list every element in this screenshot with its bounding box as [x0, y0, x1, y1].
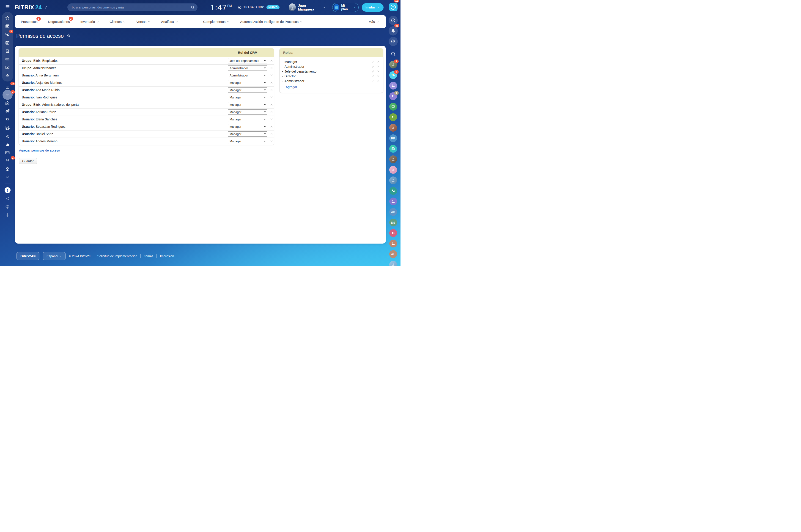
- favorite-star-icon[interactable]: [67, 34, 71, 38]
- news-avatar[interactable]: [389, 145, 397, 153]
- role-select-input[interactable]: Manager: [228, 110, 267, 115]
- sidebar-item-tasks[interactable]: 28: [0, 82, 15, 91]
- role-select-input[interactable]: Manager: [228, 131, 267, 137]
- bitrix24-logo[interactable]: BITRIX 24: [15, 4, 42, 11]
- delete-role-button[interactable]: [377, 60, 380, 63]
- work-status[interactable]: TRABAJANDO NUEVO: [238, 5, 280, 10]
- language-selector[interactable]: Español: [43, 252, 66, 260]
- user-avatar[interactable]: [389, 124, 397, 132]
- remove-row-button[interactable]: [270, 96, 273, 99]
- edit-role-button[interactable]: [371, 79, 375, 82]
- role-select-input[interactable]: Manager: [228, 88, 267, 93]
- user-avatar[interactable]: [389, 261, 397, 266]
- sidebar-item-bi-analytics[interactable]: [0, 140, 15, 148]
- user-avatar[interactable]: AL: [389, 250, 397, 258]
- sidebar-item-settings[interactable]: [0, 203, 15, 211]
- remove-row-button[interactable]: [270, 132, 273, 135]
- search-input[interactable]: [72, 5, 190, 10]
- sidebar-item-market[interactable]: [0, 165, 15, 173]
- footer-link-impresión[interactable]: Impresión: [160, 254, 174, 258]
- add-role-link[interactable]: Agregar: [286, 85, 297, 89]
- footer-link-solicitud-de-implementación[interactable]: Solicitud de implementación: [97, 254, 137, 258]
- menu-toggle-button[interactable]: [5, 4, 10, 9]
- my-plan-button[interactable]: Mi plan: [332, 3, 359, 12]
- sidebar-item-ai-copilot[interactable]: 1: [0, 156, 15, 165]
- role-select-input[interactable]: Administrador: [228, 65, 267, 71]
- role-select-input[interactable]: Manager: [228, 124, 267, 129]
- sidebar-item-more[interactable]: [0, 173, 15, 181]
- channel-avatar[interactable]: [389, 103, 397, 111]
- remove-row-button[interactable]: [270, 81, 273, 84]
- group-chat-avatar[interactable]: [389, 229, 397, 237]
- role-select-input[interactable]: Jefe del departamento: [228, 58, 267, 63]
- sidebar-item-crm[interactable]: 3: [0, 91, 15, 99]
- user-avatar[interactable]: [389, 155, 397, 163]
- role-select-input[interactable]: Manager: [228, 102, 267, 107]
- nav-item-inventario[interactable]: Inventario: [80, 20, 99, 23]
- sidebar-item-online-store[interactable]: [0, 115, 15, 124]
- save-button[interactable]: Guardar: [19, 158, 37, 164]
- sidebar-item-quotes[interactable]: [0, 124, 15, 132]
- delete-role-button[interactable]: [377, 70, 380, 73]
- open-channels-button[interactable]: [388, 36, 398, 46]
- search-button[interactable]: [388, 49, 398, 57]
- remove-row-button[interactable]: [270, 140, 273, 143]
- footer-brand-button[interactable]: Bitrix24®: [17, 252, 39, 260]
- clock[interactable]: 1:47 PM: [210, 3, 232, 12]
- footer-link-temas[interactable]: Temas: [144, 254, 153, 258]
- user-avatar[interactable]: PP: [389, 134, 397, 142]
- sidebar-item-calendar[interactable]: [2, 38, 13, 47]
- remove-row-button[interactable]: [270, 118, 273, 121]
- group-chat-avatar[interactable]: [389, 113, 397, 121]
- delete-role-button[interactable]: [377, 65, 380, 68]
- sidebar-item-docs[interactable]: [2, 47, 13, 55]
- role-select-input[interactable]: Manager: [228, 117, 267, 122]
- sidebar-item-help[interactable]: ?: [0, 186, 15, 194]
- channel-avatar[interactable]: [389, 166, 397, 174]
- sidebar-item-warehouse[interactable]: [0, 99, 15, 107]
- chat-avatar[interactable]: 1: [389, 61, 397, 69]
- role-select-input[interactable]: Manager: [228, 80, 267, 86]
- nav-item-más[interactable]: Más: [369, 20, 379, 23]
- help-button[interactable]: ?11: [389, 0, 398, 11]
- remove-row-button[interactable]: [270, 66, 273, 70]
- copilot-button[interactable]: [388, 15, 398, 25]
- group-chat-avatar[interactable]: [389, 82, 397, 90]
- edit-role-button[interactable]: [371, 60, 375, 63]
- nav-item-prospectos[interactable]: Prospectos1: [21, 20, 38, 23]
- sidebar-item-mail[interactable]: [2, 63, 13, 72]
- nav-item-negociaciones[interactable]: Negociaciones2: [48, 20, 70, 23]
- nav-item-automatización-inteligente-de-procesos[interactable]: Automatización Inteligente de Procesos: [240, 20, 303, 23]
- nav-item-ventas[interactable]: Ventas: [136, 20, 150, 23]
- group-chat-avatar[interactable]: [389, 240, 397, 247]
- add-permissions-link[interactable]: Agregar permisos de acceso: [19, 149, 60, 152]
- sidebar-item-add[interactable]: [0, 211, 15, 219]
- nav-item-analítica[interactable]: Analítica: [161, 20, 178, 23]
- sidebar-item-network[interactable]: [0, 194, 15, 203]
- nav-item-clientes[interactable]: Clientes: [110, 20, 126, 23]
- notifications-button[interactable]: 81: [388, 25, 398, 36]
- sidebar-item-marketing[interactable]: [0, 107, 15, 115]
- sidebar-item-esign[interactable]: [0, 132, 15, 140]
- user-avatar[interactable]: AP: [389, 208, 397, 216]
- edit-role-button[interactable]: [371, 65, 375, 68]
- remove-row-button[interactable]: [270, 74, 273, 77]
- user-avatar[interactable]: [389, 176, 397, 184]
- search-icon[interactable]: [190, 5, 195, 10]
- remove-row-button[interactable]: [270, 59, 273, 62]
- group-chat-avatar[interactable]: 1: [389, 92, 397, 100]
- sidebar-item-feed[interactable]: [2, 22, 13, 30]
- user-avatar[interactable]: DS: [389, 218, 397, 226]
- sidebar-item-workgroups[interactable]: [2, 72, 13, 80]
- role-select-input[interactable]: Manager: [228, 95, 267, 100]
- edit-role-button[interactable]: [371, 75, 375, 78]
- sliders-icon[interactable]: [44, 5, 48, 10]
- invite-button[interactable]: Invitar: [362, 3, 384, 12]
- delete-role-button[interactable]: [377, 75, 380, 78]
- remove-row-button[interactable]: [270, 110, 273, 114]
- remove-row-button[interactable]: [270, 125, 273, 128]
- group-chat-avatar[interactable]: [389, 197, 397, 205]
- role-select-input[interactable]: Manager: [228, 139, 267, 144]
- calls-avatar[interactable]: [389, 187, 397, 195]
- sidebar-item-community[interactable]: [2, 14, 13, 22]
